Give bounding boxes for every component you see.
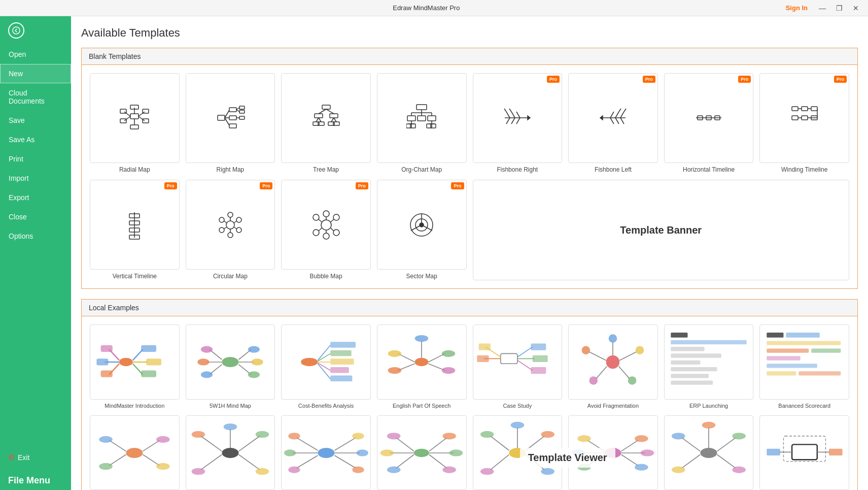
example-job-interview[interactable]: Prepare Job Interview [377, 415, 467, 490]
svg-line-6 [124, 112, 130, 116]
banner-text: Template Banner [620, 224, 702, 236]
example-5w1h[interactable]: 5W1H Mind Map [186, 324, 275, 409]
example-middle-ages[interactable]: Middle Ages [664, 415, 754, 490]
example-erp[interactable]: ERP Launching [664, 324, 754, 409]
svg-line-220 [143, 454, 160, 466]
sidebar-back[interactable] [0, 16, 71, 45]
svg-line-65 [504, 109, 506, 112]
svg-line-218 [110, 454, 126, 466]
svg-point-101 [228, 233, 233, 238]
svg-line-253 [429, 438, 447, 451]
svg-point-111 [313, 214, 319, 220]
svg-point-194 [609, 334, 617, 343]
example-avoid-fragmentation[interactable]: Avoid Fragmentation [568, 324, 658, 409]
example-cost-benefits[interactable]: Cost-Benefits Analysis [281, 324, 371, 409]
svg-line-74 [610, 118, 614, 124]
svg-point-244 [284, 449, 296, 456]
template-winding-timeline[interactable]: Pro [759, 73, 849, 174]
template-sector-map[interactable]: Pro Sector Map [377, 180, 467, 280]
template-horizontal-timeline[interactable]: Pro Horizontal Timeline [664, 73, 754, 174]
examples-row1: MindMaster Introduction [90, 324, 849, 409]
svg-rect-27 [322, 105, 330, 109]
template-bubble-map[interactable]: Pro [281, 180, 371, 280]
template-orgchart-map[interactable]: Org-Chart Map [377, 73, 467, 174]
back-button[interactable] [8, 22, 24, 39]
sidebar-item-options[interactable]: Options [0, 226, 71, 246]
svg-line-120 [331, 228, 334, 231]
svg-line-69 [620, 112, 624, 118]
window-controls[interactable]: — ❐ ✕ [816, 3, 862, 13]
svg-line-289 [717, 438, 736, 451]
example-enhance[interactable]: Enhance Competivitness [186, 415, 275, 490]
svg-rect-165 [330, 376, 352, 382]
svg-line-34 [331, 118, 334, 122]
svg-point-273 [605, 448, 621, 458]
svg-point-98 [228, 212, 233, 217]
example-case-study[interactable]: Case Study [473, 324, 563, 409]
sign-in-button[interactable]: Sign In [786, 4, 808, 12]
sidebar-item-cloud[interactable]: Cloud Documents [0, 83, 71, 111]
svg-point-102 [219, 227, 224, 233]
svg-point-286 [700, 448, 717, 458]
svg-rect-213 [767, 364, 817, 368]
sidebar-item-print[interactable]: Print [0, 149, 71, 169]
template-tree-map[interactable]: Tree Map [281, 73, 371, 174]
example-english-speech[interactable]: English Part Of Speech [377, 324, 467, 409]
sidebar-item-open[interactable]: Open [0, 45, 71, 64]
template-fishbone-left-label: Fishbone Left [595, 166, 632, 174]
sidebar-item-save[interactable]: Save [0, 111, 71, 130]
examples-row2: Life Plan [90, 415, 849, 490]
svg-rect-202 [671, 353, 721, 357]
pro-badge-circular: Pro [260, 182, 272, 189]
svg-line-178 [517, 347, 533, 357]
sidebar-item-saveas[interactable]: Save As [0, 130, 71, 149]
template-right-map[interactable]: Right Map [186, 73, 275, 174]
svg-line-119 [331, 219, 334, 222]
template-fishbone-right[interactable]: Pro [473, 73, 563, 174]
template-circular-map[interactable]: Pro [186, 180, 275, 280]
sidebar-item-new[interactable]: New [0, 64, 71, 83]
svg-rect-210 [767, 348, 809, 352]
pro-badge-bubble: Pro [356, 182, 368, 189]
sidebar-item-import[interactable]: Import [0, 169, 71, 188]
example-mindmaster-intro[interactable]: MindMaster Introduction [90, 324, 180, 409]
example-enhance-preview [186, 415, 275, 490]
template-fishbone-left[interactable]: Pro [568, 73, 658, 174]
example-project-charter[interactable]: Project Charter [473, 415, 563, 490]
page-title: Available Templates [81, 26, 858, 40]
template-right-preview [186, 73, 275, 163]
example-risk-management[interactable]: Risk Management [759, 415, 849, 490]
svg-point-221 [99, 436, 113, 442]
template-vertical-timeline[interactable]: Pro Vertical Timeline [90, 180, 180, 280]
svg-point-268 [511, 421, 525, 428]
svg-rect-18 [229, 108, 236, 112]
svg-line-159 [318, 363, 330, 371]
svg-line-63 [511, 118, 515, 124]
svg-line-64 [516, 118, 520, 124]
example-balanced-scorecard[interactable]: Bananced Scorecard [759, 324, 849, 409]
svg-rect-301 [767, 448, 780, 455]
template-radial-map[interactable]: Radial Map [90, 73, 180, 174]
sidebar-item-close[interactable]: Close [0, 207, 71, 226]
svg-point-196 [589, 376, 598, 385]
svg-point-232 [224, 423, 237, 430]
sidebar-item-export[interactable]: Export [0, 188, 71, 207]
svg-rect-183 [531, 344, 546, 350]
svg-rect-84 [792, 116, 798, 120]
maximize-button[interactable]: ❐ [833, 3, 846, 13]
svg-line-22 [236, 110, 239, 112]
example-life-plan[interactable]: Life Plan [90, 415, 180, 490]
example-self-eval[interactable]: Self Evaluation [281, 415, 371, 490]
svg-rect-140 [97, 358, 109, 365]
blank-templates-grid: Radial Map [90, 73, 849, 174]
minimize-button[interactable]: — [816, 3, 829, 13]
svg-point-103 [219, 217, 224, 222]
example-market-plan[interactable]: Market Plan [568, 415, 658, 490]
svg-point-0 [13, 27, 20, 34]
template-radial-label: Radial Map [119, 166, 150, 174]
close-window-button[interactable]: ✕ [850, 3, 862, 13]
svg-rect-208 [786, 333, 819, 338]
svg-line-28 [319, 109, 326, 114]
exit-button[interactable]: ⊖ Exit [0, 447, 71, 467]
exit-icon: ⊖ [8, 452, 15, 462]
